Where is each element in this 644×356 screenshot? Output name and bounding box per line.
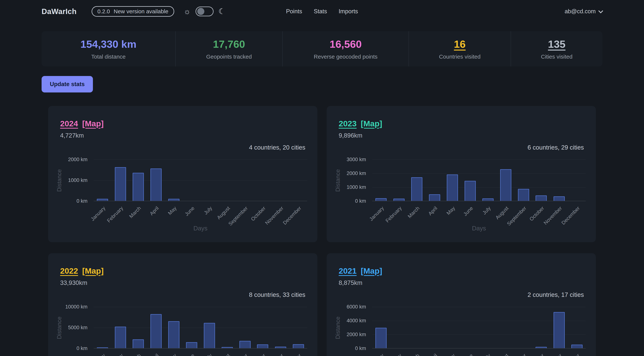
x-axis-tick-label: June (462, 353, 474, 356)
x-axis-title: Days (94, 225, 307, 232)
year-summary: 4 countries, 20 cities (48, 144, 305, 151)
stat-reverse-geocoded: 16,560 Reverse geocoded points (283, 31, 409, 66)
chart-bar-april (429, 194, 440, 201)
x-axis-tick-label: November (264, 205, 284, 226)
stat-label: Geopoints tracked (206, 53, 252, 60)
gridline (94, 307, 307, 307)
x-axis-tick-label: March (407, 353, 421, 356)
gridline (372, 159, 586, 160)
year-distance-chart: 10000 km5000 km0 kmDistanceJanuaryFebrua… (48, 307, 317, 356)
x-axis-tick-label: July (203, 353, 214, 356)
x-axis-tick-label: November (542, 353, 563, 356)
chart-bar-july (204, 323, 215, 348)
chart-bar-november (554, 312, 565, 348)
chart-bar-september (240, 341, 251, 348)
x-axis-tick-label: December (282, 205, 302, 226)
x-axis-tick-label: August (494, 353, 510, 356)
y-axis-tick-label: 0 km (355, 198, 366, 204)
x-axis-tick-label: October (528, 353, 546, 356)
x-axis-tick-label: April (149, 353, 160, 356)
chart-bar-june (186, 342, 197, 348)
y-axis-tick-label: 4000 km (346, 318, 366, 324)
year-link[interactable]: 2023 (339, 119, 357, 128)
countries-visited-link[interactable]: 16 (454, 38, 466, 50)
nav-imports[interactable]: Imports (339, 8, 358, 15)
stat-label: Cities visited (541, 53, 572, 60)
chart-bar-october (536, 347, 547, 348)
app-header: DaWarIch 0.2.0 New version available ☼ ☾… (42, 0, 602, 23)
stat-label: Reverse geocoded points (314, 53, 378, 60)
map-link[interactable]: [Map] (361, 266, 382, 276)
y-axis-title: Distance (56, 307, 63, 349)
x-axis-tick-label: January (368, 353, 385, 356)
y-axis-tick-label: 5000 km (68, 325, 88, 331)
x-axis-tick-label: March (128, 205, 142, 219)
x-axis-tick-label: November (264, 353, 284, 356)
nav-stats[interactable]: Stats (314, 8, 327, 15)
x-axis-tick-label: August (494, 205, 510, 221)
chart-bar-october (257, 345, 268, 348)
moon-icon: ☾ (218, 7, 226, 15)
gridline (372, 187, 586, 188)
x-axis-tick-label: November (542, 205, 563, 226)
x-axis-tick-label: September (506, 205, 528, 227)
y-axis-tick-label: 2000 km (68, 157, 88, 162)
x-axis-tick-label: December (560, 205, 581, 226)
x-axis-tick-label: May (167, 353, 178, 356)
stat-countries-visited: 16 Countries visited (409, 31, 511, 66)
x-axis-tick-label: March (128, 353, 142, 356)
gridline (94, 159, 307, 160)
year-total-distance: 4,727km (60, 132, 317, 139)
stat-value: 154,330 km (80, 38, 136, 50)
x-axis-tick-label: July (482, 205, 492, 216)
x-axis-tick-label: December (560, 353, 581, 356)
x-axis-tick-label: September (228, 353, 249, 356)
y-axis-tick-label: 1000 km (68, 177, 88, 183)
x-axis-tick-label: January (90, 205, 107, 222)
update-stats-button[interactable]: Update stats (42, 76, 93, 92)
x-axis-tick-label: December (282, 353, 302, 356)
y-axis-tick-label: 6000 km (346, 304, 366, 310)
chart-bar-april (150, 168, 162, 201)
x-axis-tick-label: September (506, 353, 528, 356)
x-axis-tick-label: October (250, 353, 267, 356)
map-link[interactable]: [Map] (82, 266, 104, 276)
chart-plot-area (94, 160, 307, 201)
x-axis-tick-label: June (184, 205, 196, 217)
x-axis-tick-label: February (106, 205, 124, 224)
theme-toggle[interactable] (196, 6, 214, 16)
y-axis-tick-label: 0 km (76, 346, 88, 351)
year-link[interactable]: 2021 (339, 266, 357, 276)
chart-bar-july (482, 198, 494, 201)
chart-bar-december (293, 344, 304, 348)
year-link[interactable]: 2024 (60, 119, 78, 128)
chart-plot-area (372, 160, 586, 201)
year-link[interactable]: 2022 (60, 266, 78, 276)
y-axis-title: Distance (334, 160, 341, 201)
chart-bar-march (411, 177, 422, 201)
x-axis-tick-label: April (149, 205, 160, 217)
chart-bar-november (275, 347, 286, 348)
stat-cities-visited: 135 Cities visited (511, 31, 602, 66)
stats-overview: 154,330 km Total distance 17,760 Geopoin… (42, 31, 602, 66)
y-axis-tick-label: 1000 km (346, 184, 366, 190)
x-axis-tick-label: May (446, 205, 456, 216)
stat-value: 17,760 (213, 38, 245, 50)
new-version-badge[interactable]: 0.2.0 New version available (92, 6, 174, 17)
year-distance-chart: 2000 km1000 km0 kmDistanceJanuaryFebruar… (48, 160, 317, 242)
map-link[interactable]: [Map] (361, 119, 382, 128)
nav-points[interactable]: Points (286, 8, 302, 15)
theme-toggle-knob[interactable] (197, 8, 204, 15)
map-link[interactable]: [Map] (82, 119, 104, 128)
x-axis-tick-label: April (427, 205, 438, 217)
stat-total-distance: 154,330 km Total distance (42, 31, 176, 66)
stat-geopoints-tracked: 17,760 Geopoints tracked (176, 31, 283, 66)
chart-bar-august (500, 169, 512, 201)
sun-icon: ☼ (184, 7, 191, 15)
y-axis-tick-label: 2000 km (346, 332, 366, 338)
year-summary: 2 countries, 17 cities (327, 291, 584, 299)
gridline (372, 307, 586, 307)
chart-bar-march (132, 173, 144, 201)
user-menu[interactable]: ab@cd.com (564, 8, 602, 15)
cities-visited-link[interactable]: 135 (548, 38, 565, 50)
